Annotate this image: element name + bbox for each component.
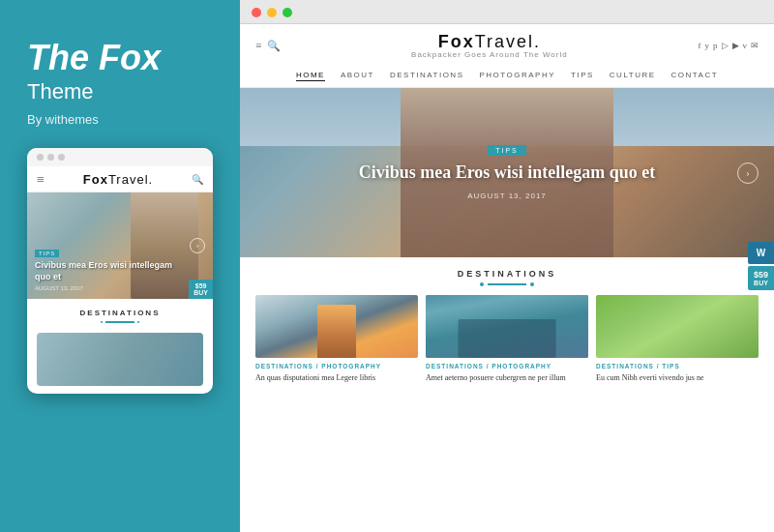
nav-item-destinations[interactable]: DESTINATIONS [390, 71, 464, 81]
social-icon-pinterest[interactable]: p [713, 41, 718, 50]
by-author: By withemes [27, 112, 213, 127]
site-tagline: Backpacker Goes Around The World [281, 50, 698, 59]
side-badges: W $59 BUY [748, 242, 774, 290]
phone-card [37, 333, 203, 386]
nav-item-contact[interactable]: CONTACT [671, 71, 719, 81]
right-panel: ≡ 🔍 FoxTravel. Backpacker Goes Around Th… [240, 0, 774, 532]
nav-item-photography[interactable]: PHOTOGRAPHY [479, 71, 555, 81]
phone-hero-overlay: TIPS Civibus mea Eros wisi intellegam qu… [35, 242, 174, 290]
phone-hero-arrow[interactable]: › [190, 238, 205, 253]
phone-dot-2 [47, 154, 54, 161]
phone-hero-date: AUGUST 13, 2017 [35, 285, 174, 291]
phone-search-icon[interactable]: 🔍 [192, 174, 203, 185]
site-logo: FoxTravel. [281, 32, 698, 52]
card-image-1 [255, 295, 418, 358]
hamburger-icon[interactable]: ≡ [37, 172, 45, 188]
nav-item-tips[interactable]: TIPS [571, 71, 594, 81]
phone-hero-tag: TIPS [35, 250, 59, 257]
site-header-top: ≡ 🔍 FoxTravel. Backpacker Goes Around Th… [255, 32, 759, 65]
phone-hero-title: Civibus mea Eros wisi intellegam quo et [35, 260, 174, 282]
social-icon-vimeo[interactable]: v [743, 41, 748, 50]
phone-hero: TIPS Civibus mea Eros wisi intellegam qu… [27, 192, 213, 299]
card-image-3 [596, 295, 759, 358]
card-person-1 [255, 295, 418, 358]
hero-tag: TIPS [488, 145, 526, 156]
phone-price-badge: $59 BUY [189, 280, 213, 299]
phone-logo: FoxTravel. [83, 172, 153, 187]
card-tag-1: DESTINATIONS / PHOTOGRAPHY [255, 363, 418, 369]
hero-section: TIPS Civibus mea Eros wisi intellegam qu… [240, 88, 774, 257]
destination-card-1: DESTINATIONS / PHOTOGRAPHY An quas dispu… [255, 295, 418, 383]
price-value: $59 [754, 270, 768, 280]
phone-card-inner [37, 333, 203, 386]
buy-label: BUY [754, 280, 768, 286]
site-header: ≡ 🔍 FoxTravel. Backpacker Goes Around Th… [240, 24, 774, 88]
phone-bottom-space [27, 386, 213, 394]
destination-card-2: DESTINATIONS / PHOTOGRAPHY Amet aeterno … [426, 295, 588, 383]
social-icon-instagram[interactable]: ▷ [722, 41, 729, 50]
social-icon-email[interactable]: ✉ [751, 41, 759, 50]
phone-dot-3 [58, 154, 65, 161]
site-content: ≡ 🔍 FoxTravel. Backpacker Goes Around Th… [240, 24, 774, 532]
card-text-2: Amet aeterno posuere cubergren ne per il… [426, 372, 588, 383]
card-text-3: Eu cum Nibh everti vivendo jus ne [596, 372, 759, 383]
card-text-1: An quas disputationi mea Legere libris [255, 372, 418, 383]
left-panel: The Fox Theme By withemes ≡ FoxTravel. 🔍… [0, 0, 240, 532]
social-icon-youtube[interactable]: y [705, 41, 710, 50]
phone-mockup: ≡ FoxTravel. 🔍 TIPS Civibus mea Eros wis… [27, 148, 213, 394]
price-badge[interactable]: $59 BUY [748, 266, 774, 290]
hero-title: Civibus mea Eros wisi intellegam quo et [359, 162, 656, 184]
browser-dot-yellow[interactable] [267, 8, 277, 17]
phone-price: $59 [194, 282, 208, 289]
card-image-2 [426, 295, 588, 358]
hero-date: AUGUST 13, 2017 [467, 192, 547, 200]
section-divider [488, 283, 526, 285]
card-tag-2: DESTINATIONS / PHOTOGRAPHY [426, 363, 588, 369]
theme-subtitle: Theme [27, 79, 213, 104]
phone-destinations-label: DESTINATIONS [37, 309, 203, 317]
destination-card-3: DESTINATIONS / TIPS Eu cum Nibh everti v… [596, 295, 759, 383]
menu-icon[interactable]: ≡ [255, 40, 261, 51]
cards-grid: DESTINATIONS / PHOTOGRAPHY An quas dispu… [255, 295, 759, 383]
destinations-section: DESTINATIONS DESTINATIONS / PHOTOGRAPHY … [240, 257, 774, 532]
nav-item-culture[interactable]: CULTURE [610, 71, 656, 81]
phone-destinations: DESTINATIONS [27, 299, 213, 333]
browser-dot-red[interactable] [252, 8, 261, 17]
site-nav: HOME ABOUT DESTINATIONS PHOTOGRAPHY TIPS… [255, 65, 759, 87]
social-icons: f y p ▷ ▶ v ✉ [699, 41, 759, 50]
phone-header: ≡ FoxTravel. 🔍 [27, 166, 213, 192]
social-icon-video[interactable]: ▶ [732, 41, 739, 50]
header-search-icon[interactable]: 🔍 [267, 40, 281, 52]
browser-dot-green[interactable] [283, 8, 292, 17]
hero-arrow[interactable]: › [737, 163, 759, 184]
phone-section-divider [105, 321, 134, 323]
theme-title: The Fox [27, 39, 213, 77]
site-header-icons: ≡ 🔍 [255, 40, 281, 52]
phone-top-bar [27, 148, 213, 166]
nav-item-about[interactable]: ABOUT [341, 71, 374, 81]
phone-buy: BUY [194, 289, 208, 296]
hero-overlay: TIPS Civibus mea Eros wisi intellegam qu… [240, 88, 774, 257]
browser-chrome [240, 0, 774, 24]
section-header: DESTINATIONS [255, 269, 759, 285]
section-title: DESTINATIONS [255, 269, 759, 279]
site-logo-area: FoxTravel. Backpacker Goes Around The Wo… [281, 32, 698, 59]
nav-item-home[interactable]: HOME [296, 71, 325, 81]
wp-badge[interactable]: W [748, 242, 774, 264]
phone-dot-1 [37, 154, 44, 161]
card-tag-3: DESTINATIONS / TIPS [596, 363, 759, 369]
social-icon-facebook[interactable]: f [699, 41, 701, 50]
